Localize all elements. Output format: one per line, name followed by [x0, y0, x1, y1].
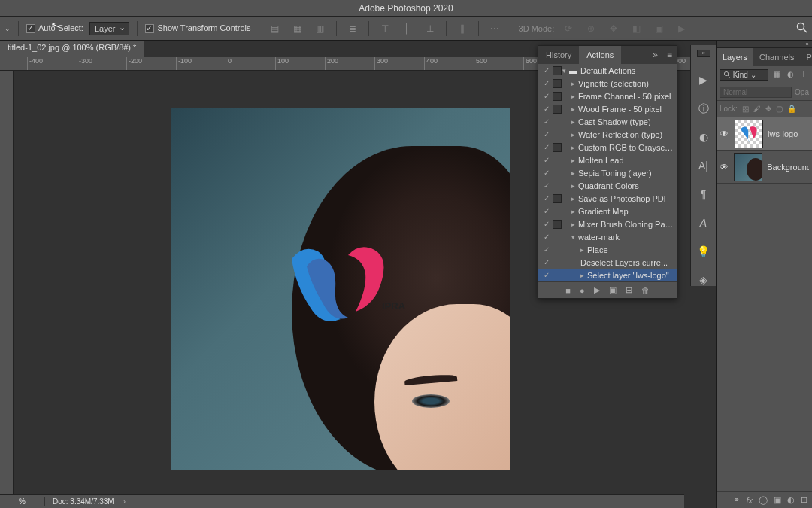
lock-artboard-icon[interactable]: ▢: [776, 105, 783, 113]
action-row[interactable]: ✓▸Wood Frame - 50 pixel: [538, 102, 677, 115]
action-row[interactable]: ✓▸Sepia Toning (layer): [538, 166, 677, 179]
lock-all-icon[interactable]: 🔒: [787, 105, 796, 113]
disclosure-icon[interactable]: ▸: [571, 105, 575, 113]
stop-icon[interactable]: ■: [565, 286, 571, 295]
action-toggle[interactable]: ✓: [541, 258, 552, 266]
layer-mask-icon[interactable]: ◯: [759, 495, 768, 505]
disclosure-icon[interactable]: ▸: [580, 272, 584, 279]
play-icon[interactable]: ▶: [594, 285, 600, 295]
action-row[interactable]: ✓▾▬Default Actions: [538, 64, 677, 77]
new-group-icon[interactable]: ▣: [774, 495, 781, 505]
glyphs-panel-icon[interactable]: A: [696, 215, 711, 230]
doc-info-chevron-icon[interactable]: ›: [123, 497, 126, 506]
lock-transparency-icon[interactable]: ▨: [742, 105, 749, 113]
lock-position-icon[interactable]: ✥: [765, 105, 771, 113]
action-toggle[interactable]: ✓: [541, 181, 552, 190]
align-right-icon[interactable]: ▥: [312, 20, 329, 37]
action-row[interactable]: ✓Deselect Layers curre...: [538, 256, 677, 269]
new-action-icon[interactable]: ⊞: [626, 285, 632, 295]
action-toggle[interactable]: ✓: [541, 130, 552, 138]
disclosure-icon[interactable]: ▸: [571, 144, 575, 151]
canvas[interactable]: IPRA: [171, 108, 510, 470]
new-adjustment-icon[interactable]: ◐: [787, 495, 795, 505]
distribute-top-icon[interactable]: ⊤: [377, 20, 393, 37]
disclosure-icon[interactable]: ▸: [571, 208, 575, 215]
align-center-h-icon[interactable]: ▦: [289, 20, 306, 37]
action-toggle[interactable]: ✓: [541, 156, 552, 164]
action-row[interactable]: ✓▸Select layer "lws-logo": [538, 269, 677, 281]
action-toggle[interactable]: ✓: [541, 66, 552, 75]
paragraph-panel-icon[interactable]: ¶: [696, 187, 711, 202]
action-row[interactable]: ✓▸Frame Channel - 50 pixel: [538, 90, 677, 102]
disclosure-icon[interactable]: ▸: [571, 182, 575, 190]
action-toggle[interactable]: ✓: [541, 117, 552, 126]
styles-panel-icon[interactable]: 💡: [696, 244, 711, 259]
layers-tab-layers[interactable]: Layers: [717, 48, 753, 66]
document-tab[interactable]: titled-1_02.jpg @ 100% (RGB/8#) *: [0, 41, 144, 57]
layers-collapse-icon[interactable]: »: [717, 41, 812, 48]
more-align-icon[interactable]: ⋯: [486, 20, 503, 37]
filter-pixel-icon[interactable]: ▦: [771, 70, 782, 81]
layer-thumb[interactable]: [735, 120, 763, 148]
disclosure-icon[interactable]: ▸: [571, 93, 575, 100]
action-row[interactable]: ✓▸Mixer Brush Cloning Pain...: [538, 217, 677, 230]
layer-name[interactable]: Background: [767, 163, 809, 172]
disclosure-icon[interactable]: ▸: [571, 221, 575, 228]
action-row[interactable]: ✓▸Custom RGB to Grayscale: [538, 141, 677, 154]
action-row[interactable]: ✓▸Gradient Map: [538, 205, 677, 217]
record-icon[interactable]: ●: [580, 286, 585, 295]
action-toggle[interactable]: ✓: [541, 207, 552, 215]
action-row[interactable]: ✓▸Vignette (selection): [538, 77, 677, 90]
action-toggle[interactable]: ✓: [541, 92, 552, 100]
action-dialog-toggle[interactable]: [553, 194, 562, 203]
layer-row[interactable]: 👁lws-logo: [717, 117, 812, 151]
disclosure-icon[interactable]: ▾: [562, 67, 566, 75]
actions-tab[interactable]: Actions: [579, 46, 621, 64]
disclosure-icon[interactable]: ▸: [571, 195, 575, 202]
action-toggle[interactable]: ✓: [541, 143, 552, 151]
search-icon[interactable]: [796, 22, 807, 35]
action-toggle[interactable]: ✓: [541, 220, 552, 228]
disclosure-icon[interactable]: ▸: [571, 118, 575, 126]
zoom-field[interactable]: %: [0, 497, 45, 506]
info-panel-icon[interactable]: ⓘ: [696, 101, 711, 116]
show-transform-checkbox[interactable]: Show Transform Controls: [145, 23, 250, 33]
new-set-icon[interactable]: ▣: [609, 285, 617, 295]
action-dialog-toggle[interactable]: [553, 79, 562, 88]
action-toggle[interactable]: ✓: [541, 194, 552, 202]
action-row[interactable]: ✓▸Molten Lead: [538, 154, 677, 166]
distribute-bottom-icon[interactable]: ⊥: [422, 20, 438, 37]
layers-tab-channels[interactable]: Channels: [753, 48, 800, 66]
adjustments-panel-icon[interactable]: ◐: [696, 129, 711, 144]
disclosure-icon[interactable]: ▸: [571, 169, 575, 177]
layer-fx-icon[interactable]: fx: [746, 496, 753, 505]
layer-name[interactable]: lws-logo: [768, 129, 798, 138]
tool-preset-dropdown[interactable]: ⌄: [5, 25, 11, 32]
panel-collapse-icon[interactable]: »: [648, 50, 662, 60]
disclosure-icon[interactable]: ▸: [580, 246, 584, 254]
action-row[interactable]: ✓▸Water Reflection (type): [538, 128, 677, 141]
visibility-icon[interactable]: 👁: [720, 129, 730, 139]
character-panel-icon[interactable]: A|: [696, 158, 711, 173]
auto-select-target[interactable]: Layer: [89, 22, 130, 35]
layer-thumb[interactable]: [734, 153, 762, 181]
action-row[interactable]: ✓▸Cast Shadow (type): [538, 115, 677, 128]
panel-menu-icon[interactable]: ≡: [662, 50, 677, 60]
doc-info[interactable]: Doc: 3.34M/7.33M: [45, 497, 122, 506]
visibility-icon[interactable]: 👁: [720, 162, 729, 172]
3d-panel-icon[interactable]: ◈: [696, 272, 711, 287]
action-toggle[interactable]: ✓: [541, 245, 552, 254]
action-toggle[interactable]: ✓: [541, 169, 552, 177]
action-dialog-toggle[interactable]: [553, 143, 562, 152]
watermark-logo[interactable]: [284, 236, 412, 334]
layers-tab-paths[interactable]: Paths: [801, 48, 812, 66]
action-row[interactable]: ✓▸Quadrant Colors: [538, 179, 677, 192]
distribute-vcenter-icon[interactable]: ╫: [399, 20, 416, 37]
history-tab[interactable]: History: [538, 46, 579, 64]
action-toggle[interactable]: ✓: [541, 233, 552, 241]
action-dialog-toggle[interactable]: [553, 105, 562, 114]
action-dialog-toggle[interactable]: [553, 66, 562, 75]
strip-collapse-icon[interactable]: «: [697, 50, 710, 57]
disclosure-icon[interactable]: ▾: [571, 233, 575, 241]
action-toggle[interactable]: ✓: [541, 105, 552, 113]
